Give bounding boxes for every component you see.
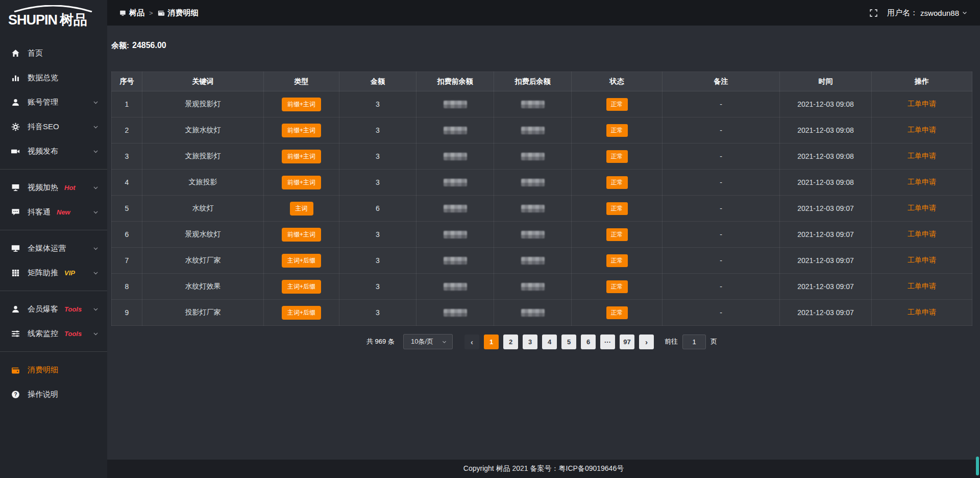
work-order-link[interactable]: 工单申请 (908, 230, 936, 238)
video-camera-icon (11, 147, 20, 156)
type-badge: 前缀+主词 (282, 150, 321, 163)
cell-keyword: 投影灯厂家 (142, 300, 264, 326)
sidebar-divider (0, 230, 107, 230)
sidebar-item-douyin-seo[interactable]: 抖音SEO (0, 114, 107, 139)
sidebar-item-clue-monitor[interactable]: 线索监控Tools (0, 321, 107, 346)
sidebar-item-badge: New (57, 208, 70, 216)
type-badge: 主词+后缀 (282, 306, 321, 320)
cell-keyword: 文旅投影 (142, 170, 264, 196)
sidebar-item-badge: VIP (64, 269, 75, 277)
prev-page-button[interactable]: ‹ (464, 334, 479, 349)
type-badge: 主词+后缀 (282, 254, 321, 268)
cell-remark: - (663, 248, 780, 274)
sidebar-nav: 首页数据总览账号管理抖音SEO视频发布视频加热Hot抖客通New全媒体运营矩阵助… (0, 36, 107, 407)
sidebar-item-all-media-operation[interactable]: 全媒体运营 (0, 236, 107, 260)
sidebar-divider (0, 169, 107, 170)
chevron-down-icon (92, 148, 99, 155)
masked-post-balance (521, 127, 545, 134)
balance-label: 余额: (111, 41, 129, 50)
sidebar-item-instructions[interactable]: ?操作说明 (0, 382, 107, 407)
cell-amount: 3 (339, 117, 416, 144)
masked-pre-balance (444, 309, 467, 317)
breadcrumb-root[interactable]: 树品 (119, 8, 144, 18)
work-order-link[interactable]: 工单申请 (908, 204, 936, 212)
chevron-down-icon (92, 306, 99, 313)
page-button-3[interactable]: 3 (523, 334, 537, 349)
type-badge: 前缀+主词 (282, 124, 321, 137)
status-badge: 正常 (606, 176, 628, 189)
sidebar-item-member-baoke[interactable]: 会员爆客Tools (0, 297, 107, 321)
sidebar-item-badge: Tools (64, 330, 82, 338)
sidebar-divider (0, 351, 107, 352)
sidebar-item-matrix-boost[interactable]: 矩阵助推VIP (0, 260, 107, 285)
cell-time: 2021-12-03 09:07 (780, 274, 872, 300)
cell-keyword: 水纹灯厂家 (142, 248, 264, 274)
page-size-select[interactable]: 10条/页 (403, 334, 453, 349)
cell-time: 2021-12-03 09:07 (780, 248, 872, 274)
chevron-down-icon (92, 184, 99, 191)
sidebar-item-account-management[interactable]: 账号管理 (0, 90, 107, 114)
chevron-down-icon (92, 209, 99, 216)
balance-value: 24856.00 (132, 41, 166, 50)
sidebar-item-consumption-detail[interactable]: 消费明细 (0, 357, 107, 382)
sidebar-item-douketong[interactable]: 抖客通New (0, 200, 107, 224)
user-dropdown[interactable]: 用户名：zswodun88 (887, 8, 968, 18)
cell-keyword: 景观水纹灯 (142, 222, 264, 248)
cell-remark: - (663, 170, 780, 196)
cell-keyword: 水纹灯效果 (142, 274, 264, 300)
page-button-97[interactable]: 97 (620, 334, 634, 349)
sidebar-item-home[interactable]: 首页 (0, 41, 107, 65)
work-order-link[interactable]: 工单申请 (908, 152, 936, 160)
chat-icon (11, 208, 20, 217)
status-badge: 正常 (606, 254, 628, 267)
sidebar-item-label: 矩阵助推 (28, 268, 58, 278)
column-header: 序号 (112, 72, 142, 91)
cell-amount: 3 (339, 91, 416, 117)
cell-remark: - (663, 91, 780, 117)
page-button-5[interactable]: 5 (561, 334, 576, 349)
masked-pre-balance (444, 205, 467, 212)
cell-time: 2021-12-03 09:07 (780, 196, 872, 222)
next-page-button[interactable]: › (639, 334, 654, 349)
page-button-4[interactable]: 4 (542, 334, 557, 349)
goto-page-input[interactable] (682, 334, 706, 349)
masked-pre-balance (444, 231, 467, 238)
work-order-link[interactable]: 工单申请 (908, 256, 936, 264)
status-badge: 正常 (606, 228, 628, 241)
sliders-icon (11, 329, 20, 338)
table-row: 7水纹灯厂家主词+后缀3正常-2021-12-03 09:07工单申请 (112, 248, 972, 274)
sidebar-item-video-publish[interactable]: 视频发布 (0, 139, 107, 163)
user-area: 用户名：zswodun88 (869, 8, 968, 18)
scrollbar-thumb[interactable] (976, 457, 979, 475)
cell-keyword: 文旅投影灯 (142, 144, 264, 170)
sidebar-item-video-heating[interactable]: 视频加热Hot (0, 175, 107, 200)
page-button-2[interactable]: 2 (503, 334, 518, 349)
table-row: 8水纹灯效果主词+后缀3正常-2021-12-03 09:07工单申请 (112, 274, 972, 300)
masked-pre-balance (444, 101, 467, 108)
goto-label: 前往 (665, 337, 678, 346)
main-content: 余额:24856.00 序号关键词类型金额扣费前余额扣费后余额状态备注时间操作 … (107, 26, 980, 460)
status-badge: 正常 (606, 306, 628, 319)
table-header-row: 序号关键词类型金额扣费前余额扣费后余额状态备注时间操作 (112, 72, 972, 91)
sidebar-item-data-overview[interactable]: 数据总览 (0, 65, 107, 90)
work-order-link[interactable]: 工单申请 (908, 308, 936, 316)
sidebar-item-label: 账号管理 (28, 98, 58, 107)
type-badge: 主词 (290, 202, 313, 216)
column-header: 关键词 (142, 72, 264, 91)
work-order-link[interactable]: 工单申请 (908, 100, 936, 108)
cell-time: 2021-12-03 09:08 (780, 117, 872, 144)
cell-amount: 3 (339, 248, 416, 274)
footer-copyright: Copyright 树品 2021 备案号：粤ICP备09019646号 (463, 464, 624, 473)
member-icon (11, 305, 20, 314)
work-order-link[interactable]: 工单申请 (908, 178, 936, 186)
work-order-link[interactable]: 工单申请 (908, 282, 936, 290)
page-button-6[interactable]: 6 (581, 334, 596, 349)
dashboard-icon (119, 10, 126, 16)
sidebar-divider (0, 291, 107, 291)
work-order-link[interactable]: 工单申请 (908, 126, 936, 134)
fullscreen-icon[interactable] (869, 9, 878, 17)
cell-index: 6 (112, 222, 142, 248)
page-ellipsis-button[interactable]: ··· (600, 334, 615, 349)
status-badge: 正常 (606, 98, 628, 111)
page-button-1[interactable]: 1 (484, 334, 499, 349)
